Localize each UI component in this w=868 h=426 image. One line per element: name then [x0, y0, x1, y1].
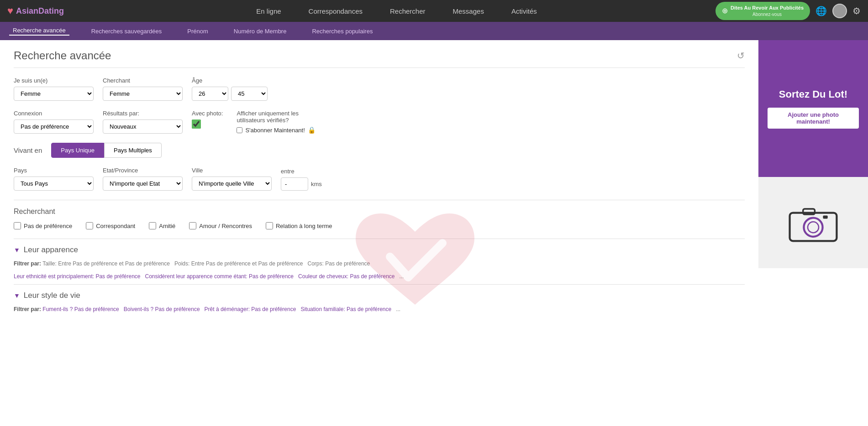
resultats-select[interactable]: Nouveaux Activité récente Distance: [103, 119, 183, 134]
style-de-vie-filter-row: Filtrer par: Fument-ils ? Pas de préfére…: [14, 305, 745, 315]
considerent-link[interactable]: Considèrent leur apparence comme étant: …: [145, 273, 294, 280]
checkbox-amour[interactable]: Amour / Rencontres: [189, 222, 252, 229]
logo-text: AsianDating: [16, 6, 64, 16]
nav-correspondances[interactable]: Correspondances: [309, 7, 363, 15]
subnav-recherches-populaires[interactable]: Recherches populaires: [308, 28, 376, 35]
form-row-options: Connexion Pas de préférence En ligne mai…: [14, 110, 745, 134]
checkbox-amitie[interactable]: Amitié: [149, 222, 175, 229]
nav-right: ⊕ Dites Au Revoir Aux Publicités Abonnez…: [715, 2, 861, 20]
subnav-prenom[interactable]: Prénom: [184, 28, 212, 35]
subnav-numero-membre[interactable]: Numéro de Membre: [230, 28, 290, 35]
toggle-btn-group: Pays Unique Pays Multiples: [51, 143, 162, 158]
avec-photo-group: Avec photo:: [192, 110, 223, 129]
camera-icon: [786, 200, 841, 245]
connexion-select[interactable]: Pas de préférence En ligne maintenant Au…: [14, 119, 94, 134]
filter-label: Filtrer par:: [14, 260, 41, 267]
sidebar: Sortez Du Lot! Ajouter une photo mainten…: [758, 40, 868, 426]
ville-select[interactable]: N'importe quelle Ville: [192, 177, 272, 191]
checkbox-correspondant-label: Correspondant: [96, 223, 135, 229]
nav-messages[interactable]: Messages: [453, 7, 484, 15]
ad-camera-panel: [758, 177, 868, 268]
je-suis-group: Je suis un(e) Femme Homme: [14, 77, 94, 101]
content-area: Recherche avancée ↺ Je suis un(e) Femme …: [0, 40, 758, 426]
avec-photo-checkbox[interactable]: [192, 119, 201, 129]
checkbox-amour-input[interactable]: [189, 222, 196, 229]
age-min-select[interactable]: 26: [192, 87, 228, 101]
style-filter-label: Filtrer par:: [14, 306, 41, 312]
nav-rechercher[interactable]: Rechercher: [390, 7, 426, 15]
style-de-vie-section: ▼ Leur style de vie Filtrer par: Fument-…: [14, 284, 745, 315]
recherchant-checkboxes: Pas de préférence Correspondant Amitié A…: [14, 222, 745, 229]
ad-button[interactable]: Ajouter une photo maintenant!: [768, 108, 859, 129]
reset-button[interactable]: ↺: [737, 50, 745, 61]
pays-unique-button[interactable]: Pays Unique: [51, 143, 104, 158]
sub-navigation: Recherche avancée Recherches sauvegardée…: [0, 22, 868, 40]
resultats-label: Résultats par:: [103, 110, 183, 117]
pays-select[interactable]: Tous Pays France Belgique Suisse: [14, 177, 94, 191]
apparence-taille: Taille: Entre Pas de préférence et Pas d…: [42, 260, 170, 267]
etat-select[interactable]: N'importe quel Etat: [103, 177, 183, 191]
apparence-title: Leur apparence: [24, 245, 78, 255]
checkbox-relation-long-terme-input[interactable]: [266, 222, 273, 229]
checkbox-pas-preference[interactable]: Pas de préférence: [14, 222, 72, 229]
nav-en-ligne[interactable]: En ligne: [256, 7, 281, 15]
checkbox-amour-label: Amour / Rencontres: [199, 223, 252, 229]
apparence-header[interactable]: ▼ Leur apparence: [14, 239, 745, 255]
apparence-filter-row2: Leur ethnicité est principalement: Pas d…: [14, 272, 745, 282]
distance-input[interactable]: [281, 177, 308, 191]
verified-checkbox[interactable]: [237, 127, 242, 133]
cherchant-label: Cherchant: [103, 77, 183, 84]
nav-activites[interactable]: Activités: [511, 7, 537, 15]
style-de-vie-chevron-icon: ▼: [14, 292, 20, 299]
boivent-link[interactable]: Boivent-ils ? Pas de préférence: [124, 306, 200, 312]
page-title-row: Recherche avancée ↺: [14, 49, 745, 68]
country-row: Pays Tous Pays France Belgique Suisse Et…: [14, 167, 745, 191]
situation-link[interactable]: Situation familiale: Pas de préférence: [300, 306, 391, 312]
main-content-wrapper: Recherche avancée ↺ Je suis un(e) Femme …: [0, 40, 758, 426]
subnav-recherche-avancee[interactable]: Recherche avancée: [9, 27, 69, 36]
pays-group: Pays Tous Pays France Belgique Suisse: [14, 167, 94, 191]
cheveux-link[interactable]: Couleur de cheveux: Pas de préférence: [298, 273, 395, 280]
upgrade-icon: ⊕: [722, 6, 728, 16]
checkbox-correspondant[interactable]: Correspondant: [86, 222, 135, 229]
page-title: Recherche avancée: [14, 49, 111, 62]
cherchant-group: Cherchant Femme Homme Peu importe: [103, 77, 183, 101]
logo[interactable]: ♥ AsianDating: [7, 5, 64, 17]
apparence-chevron-icon: ▼: [14, 246, 20, 254]
age-range-row: 26 45: [192, 87, 268, 101]
etat-label: Etat/Province: [103, 167, 183, 174]
ethnicite-link[interactable]: Leur ethnicité est principalement: Pas d…: [14, 273, 141, 280]
ad-purple-panel: Sortez Du Lot! Ajouter une photo mainten…: [758, 40, 868, 177]
apparence-section: ▼ Leur apparence Filtrer par: Taille: En…: [14, 239, 745, 281]
je-suis-label: Je suis un(e): [14, 77, 94, 84]
je-suis-select[interactable]: Femme Homme: [14, 87, 94, 101]
age-max-select[interactable]: 45: [231, 87, 268, 101]
verified-label: Afficher uniquement les utilisateurs vér…: [237, 110, 310, 124]
nav-links: En ligne Correspondances Rechercher Mess…: [78, 7, 715, 15]
verified-checkbox-row: S'abonner Maintenant! 🔒: [237, 126, 315, 134]
distance-input-row: kms: [281, 177, 322, 191]
demenager-link[interactable]: Prêt à déménager: Pas de préférence: [205, 306, 296, 312]
checkbox-amitie-input[interactable]: [149, 222, 156, 229]
avec-photo-label: Avec photo:: [192, 110, 223, 117]
settings-icon[interactable]: ⚙: [852, 5, 861, 16]
pays-label: Pays: [14, 167, 94, 174]
subnav-recherches-sauvegardees[interactable]: Recherches sauvegardées: [88, 28, 166, 35]
apparence-filter-row: Filtrer par: Taille: Entre Pas de préfér…: [14, 259, 745, 269]
main-layout: Recherche avancée ↺ Je suis un(e) Femme …: [0, 40, 868, 426]
kms-label: kms: [311, 181, 322, 187]
language-button[interactable]: 🌐: [815, 5, 827, 16]
checkbox-pas-preference-input[interactable]: [14, 222, 21, 229]
vivant-en-row: Vivant en Pays Unique Pays Multiples: [14, 143, 745, 158]
subscribe-label: S'abonner Maintenant!: [245, 127, 305, 134]
style-de-vie-header[interactable]: ▼ Leur style de vie: [14, 284, 745, 300]
checkbox-relation-long-terme[interactable]: Relation à long terme: [266, 222, 332, 229]
pays-multiples-button[interactable]: Pays Multiples: [104, 143, 162, 158]
checkbox-correspondant-input[interactable]: [86, 222, 93, 229]
upgrade-button[interactable]: ⊕ Dites Au Revoir Aux Publicités Abonnez…: [715, 2, 810, 20]
avatar[interactable]: [832, 4, 847, 18]
fument-link[interactable]: Fument-ils ? Pas de préférence: [42, 306, 119, 312]
top-navigation: ♥ AsianDating En ligne Correspondances R…: [0, 0, 868, 22]
cherchant-select[interactable]: Femme Homme Peu importe: [103, 87, 183, 101]
checkbox-amitie-label: Amitié: [159, 223, 175, 229]
